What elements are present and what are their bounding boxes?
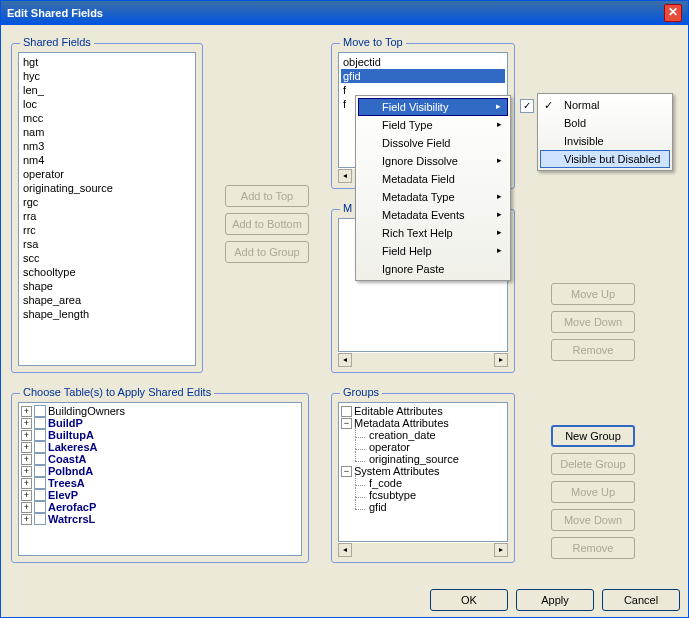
add-to-top-button[interactable]: Add to Top (225, 185, 309, 207)
submenu-item[interactable]: Bold (540, 114, 670, 132)
move-down-group-button[interactable]: Move Down (551, 509, 635, 531)
list-item[interactable]: nm4 (21, 153, 193, 167)
expander-icon[interactable]: − (341, 466, 352, 477)
table-row[interactable]: +LakeresA (21, 441, 299, 453)
close-icon[interactable]: ✕ (664, 4, 682, 22)
h-scrollbar-2[interactable]: ◂ ▸ (338, 352, 508, 366)
list-item[interactable]: gfid (341, 69, 505, 83)
table-row[interactable]: +AerofacP (21, 501, 299, 513)
checkbox[interactable] (34, 477, 46, 489)
cancel-button[interactable]: Cancel (602, 589, 680, 611)
submenu-item[interactable]: ✓Normal (540, 96, 670, 114)
checkbox[interactable] (34, 513, 46, 525)
choose-tables-tree[interactable]: +BuildingOwners+BuildP+BuiltupA+LakeresA… (18, 402, 302, 556)
expander-icon[interactable]: + (21, 514, 32, 525)
scroll-right-icon[interactable]: ▸ (494, 353, 508, 367)
checkbox[interactable] (34, 441, 46, 453)
table-row[interactable]: +CoastA (21, 453, 299, 465)
tree-leaf[interactable]: gfid (341, 501, 505, 513)
list-item[interactable]: shape_area (21, 293, 193, 307)
apply-button[interactable]: Apply (516, 589, 594, 611)
submenu-item[interactable]: Invisible (540, 132, 670, 150)
menu-item[interactable]: Field Help (358, 242, 508, 260)
remove-button[interactable]: Remove (551, 339, 635, 361)
expander-icon[interactable]: − (341, 418, 352, 429)
move-up-group-button[interactable]: Move Up (551, 481, 635, 503)
table-row[interactable]: +ElevP (21, 489, 299, 501)
expander-icon[interactable]: + (21, 466, 32, 477)
checkbox[interactable] (34, 489, 46, 501)
list-item[interactable]: objectid (341, 55, 505, 69)
expander-icon[interactable]: + (21, 430, 32, 441)
menu-item[interactable]: Field Type (358, 116, 508, 134)
expander-icon[interactable]: + (21, 502, 32, 513)
list-item[interactable]: hgt (21, 55, 193, 69)
list-item[interactable]: rsa (21, 237, 193, 251)
checkbox[interactable] (34, 453, 46, 465)
checkbox[interactable] (34, 405, 46, 417)
table-row[interactable]: +BuildingOwners (21, 405, 299, 417)
list-item[interactable]: originating_source (21, 181, 193, 195)
context-menu[interactable]: Field VisibilityField TypeDissolve Field… (355, 95, 511, 281)
menu-item[interactable]: Metadata Field (358, 170, 508, 188)
menu-item[interactable]: Rich Text Help (358, 224, 508, 242)
list-item[interactable]: nm3 (21, 139, 193, 153)
move-down-button[interactable]: Move Down (551, 311, 635, 333)
menu-item[interactable]: Ignore Dissolve (358, 152, 508, 170)
tree-node[interactable]: −System Attributes (341, 465, 505, 477)
scroll-right-icon[interactable]: ▸ (494, 543, 508, 557)
checkbox[interactable] (34, 501, 46, 513)
list-item[interactable]: rgc (21, 195, 193, 209)
checkbox[interactable] (34, 429, 46, 441)
add-to-bottom-button[interactable]: Add to Bottom (225, 213, 309, 235)
expander-icon[interactable]: + (21, 418, 32, 429)
checkbox[interactable] (34, 417, 46, 429)
list-item[interactable]: operator (21, 167, 193, 181)
expander-icon[interactable]: + (21, 478, 32, 489)
menu-item[interactable]: Field Visibility (358, 98, 508, 116)
tree-leaf[interactable]: originating_source (341, 453, 505, 465)
new-group-button[interactable]: New Group (551, 425, 635, 447)
scroll-left-icon[interactable]: ◂ (338, 543, 352, 557)
expander-icon[interactable]: + (21, 454, 32, 465)
list-item[interactable]: rrc (21, 223, 193, 237)
menu-item[interactable]: Metadata Events (358, 206, 508, 224)
table-row[interactable]: +BuiltupA (21, 429, 299, 441)
expander-icon[interactable]: + (21, 442, 32, 453)
list-item[interactable]: schooltype (21, 265, 193, 279)
list-item[interactable]: loc (21, 97, 193, 111)
expander-icon[interactable]: + (21, 490, 32, 501)
groups-tree[interactable]: Editable Attributes−Metadata Attributesc… (338, 402, 508, 542)
ok-button[interactable]: OK (430, 589, 508, 611)
table-row[interactable]: +PolbndA (21, 465, 299, 477)
submenu-item[interactable]: Visible but Disabled (540, 150, 670, 168)
table-row[interactable]: +TreesA (21, 477, 299, 489)
list-item[interactable]: scc (21, 251, 193, 265)
move-up-button[interactable]: Move Up (551, 283, 635, 305)
menu-item[interactable]: Dissolve Field (358, 134, 508, 152)
shared-fields-list[interactable]: hgthyclen_locmccnamnm3nm4operatororigina… (18, 52, 196, 366)
visibility-submenu[interactable]: ✓NormalBoldInvisibleVisible but Disabled (537, 93, 673, 171)
add-to-group-button[interactable]: Add to Group (225, 241, 309, 263)
list-item[interactable]: rra (21, 209, 193, 223)
remove-group-button[interactable]: Remove (551, 537, 635, 559)
table-row[interactable]: +BuildP (21, 417, 299, 429)
checkbox[interactable] (34, 465, 46, 477)
menu-item[interactable]: Metadata Type (358, 188, 508, 206)
table-row[interactable]: +WatrcrsL (21, 513, 299, 525)
tree-node[interactable]: Editable Attributes (341, 405, 505, 417)
list-item[interactable]: nam (21, 125, 193, 139)
list-item[interactable]: shape_length (21, 307, 193, 321)
list-item[interactable]: len_ (21, 83, 193, 97)
h-scrollbar-3[interactable]: ◂ ▸ (338, 542, 508, 556)
menu-item[interactable]: Ignore Paste (358, 260, 508, 278)
tree-leaf[interactable]: creation_date (341, 429, 505, 441)
tree-node[interactable]: −Metadata Attributes (341, 417, 505, 429)
list-item[interactable]: hyc (21, 69, 193, 83)
visibility-checkbox[interactable]: ✓ (520, 99, 534, 113)
tree-leaf[interactable]: operator (341, 441, 505, 453)
list-item[interactable]: mcc (21, 111, 193, 125)
list-item[interactable]: shape (21, 279, 193, 293)
expander-icon[interactable] (341, 406, 352, 417)
tree-leaf[interactable]: f_code (341, 477, 505, 489)
